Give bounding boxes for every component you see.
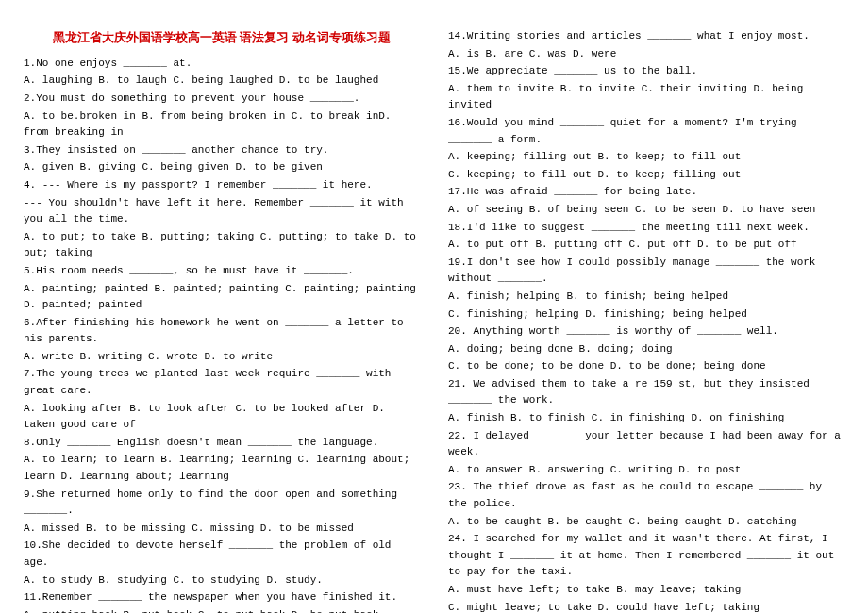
question-line: C. finishing; helping D. finishing; bein… [448, 306, 844, 323]
question-line: 21. We advised them to take a re 159 st,… [448, 376, 844, 409]
worksheet-title: 黑龙江省大庆外国语学校高一英语 语法复习 动名词专项练习题 [24, 28, 420, 48]
question-line: 10.She decided to devote herself _______… [24, 538, 420, 571]
question-line: A. laughing B. to laugh C. being laughed… [24, 73, 420, 90]
question-line: 20. Anything worth _______ is worthy of … [448, 323, 844, 340]
question-line: 8.Only _______ English doesn't mean ____… [24, 435, 420, 452]
question-line: 23. The thief drove as fast as he could … [448, 479, 844, 512]
question-line: A. must have left; to take B. may leave;… [448, 582, 844, 599]
question-line: 9.She returned home only to find the doo… [24, 487, 420, 520]
question-line: 14.Writing stories and articles _______ … [448, 28, 844, 45]
question-line: A. finish; helping B. to finish; being h… [448, 289, 844, 306]
question-line: A. keeping; filling out B. to keep; to f… [448, 149, 844, 166]
question-line: A. to answer B. answering C. writing D. … [448, 462, 844, 479]
question-line: A. write B. writing C. wrote D. to write [24, 349, 420, 366]
question-line: A. to put; to take B. putting; taking C.… [24, 229, 420, 262]
question-line: C. might leave; to take D. could have le… [448, 600, 844, 613]
question-line: 24. I searched for my wallet and it wasn… [448, 531, 844, 581]
question-line: 3.They insisted on _______ another chanc… [24, 142, 420, 159]
question-line: 6.After finishing his homework he went o… [24, 315, 420, 348]
question-line: 18.I'd like to suggest _______ the meeti… [448, 220, 844, 237]
question-line: 16.Would you mind _______ quiet for a mo… [448, 115, 844, 148]
question-line: A. of seeing B. of being seen C. to be s… [448, 202, 844, 219]
question-line: 7.The young trees we planted last week r… [24, 366, 420, 399]
question-line: A. them to invite B. to invite C. their … [448, 81, 844, 114]
question-line: 1.No one enjoys _______ at. [24, 56, 420, 73]
question-line: --- You shouldn't have left it here. Rem… [24, 195, 420, 228]
question-line: A. finish B. to finish C. in finishing D… [448, 410, 844, 427]
question-line: 15.We appreciate _______ us to the ball. [448, 63, 844, 80]
question-line: A. painting; painted B. painted; paintin… [24, 281, 420, 314]
question-line: 17.He was afraid _______ for being late. [448, 184, 844, 201]
question-line: A. to study B. studying C. to studying D… [24, 572, 420, 589]
question-line: 11.Remember _______ the newspaper when y… [24, 589, 420, 606]
question-line: A. missed B. to be missing C. missing D.… [24, 521, 420, 538]
question-line: 4. --- Where is my passport? I remember … [24, 177, 420, 194]
question-line: C. keeping; to fill out D. to keep; fill… [448, 167, 844, 184]
question-line: A. to be caught B. be caught C. being ca… [448, 514, 844, 531]
right-column: 14.Writing stories and articles _______ … [448, 28, 844, 613]
question-line: 19.I don't see how I could possibly mana… [448, 255, 844, 288]
question-line: A. to put off B. putting off C. put off … [448, 237, 844, 254]
question-line: A. looking after B. to look after C. to … [24, 401, 420, 434]
question-line: C. to be done; to be done D. to be done;… [448, 358, 844, 375]
question-line: A. to learn; to learn B. learning; learn… [24, 452, 420, 485]
question-line: A. to be.broken in B. from being broken … [24, 108, 420, 141]
question-line: A. putting back B. put back C. to put ba… [24, 607, 420, 613]
question-line: A. doing; being done B. doing; doing [448, 341, 844, 358]
question-line: A. is B. are C. was D. were [448, 46, 844, 63]
question-line: 5.His room needs _______, so he must hav… [24, 263, 420, 280]
left-column: 黑龙江省大庆外国语学校高一英语 语法复习 动名词专项练习题 1.No one e… [24, 28, 420, 613]
question-line: 22. I delayed _______ your letter becaus… [448, 428, 844, 461]
question-line: A. given B. giving C. being given D. to … [24, 159, 420, 176]
question-line: 2.You must do something to prevent your … [24, 91, 420, 108]
